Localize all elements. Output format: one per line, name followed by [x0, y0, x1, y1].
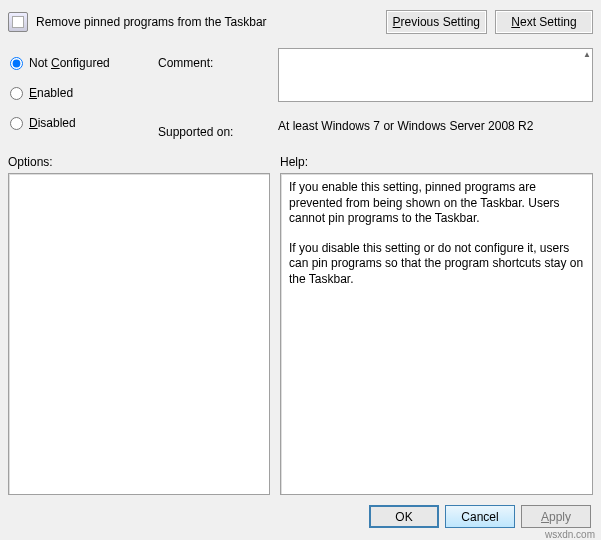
supported-on-value: At least Windows 7 or Windows Server 200…: [278, 117, 593, 133]
group-policy-setting-dialog: Remove pinned programs from the Taskbar …: [0, 0, 601, 540]
comment-label: Comment:: [158, 52, 278, 70]
settings-middle: Not Configured Enabled Disabled Comment:: [8, 42, 593, 141]
state-disabled-radio[interactable]: [10, 117, 23, 130]
state-enabled-radio[interactable]: [10, 87, 23, 100]
prev-label-rest: revious Setting: [401, 15, 480, 29]
options-label: Options:: [8, 155, 270, 169]
state-not-configured[interactable]: Not Configured: [8, 48, 158, 78]
options-panel: [8, 173, 270, 495]
sections: Options: Help: If you enable this settin…: [8, 155, 593, 495]
help-paragraph-1: If you enable this setting, pinned progr…: [289, 180, 584, 227]
state-options: Not Configured Enabled Disabled: [8, 48, 158, 138]
button-bar: OK Cancel Apply: [8, 495, 593, 532]
next-setting-button[interactable]: Next Setting: [495, 10, 593, 34]
apply-button[interactable]: Apply: [521, 505, 591, 528]
supported-on-label: Supported on:: [158, 121, 278, 139]
cancel-button[interactable]: Cancel: [445, 505, 515, 528]
state-not-configured-radio[interactable]: [10, 57, 23, 70]
help-label: Help:: [280, 155, 593, 169]
policy-title: Remove pinned programs from the Taskbar: [36, 15, 386, 29]
previous-setting-button[interactable]: Previous Setting: [386, 10, 487, 34]
help-panel: If you enable this setting, pinned progr…: [280, 173, 593, 495]
state-enabled[interactable]: Enabled: [8, 78, 158, 108]
ok-button[interactable]: OK: [369, 505, 439, 528]
next-label-rest: ext Setting: [520, 15, 577, 29]
state-disabled[interactable]: Disabled: [8, 108, 158, 138]
policy-icon: [8, 12, 28, 32]
comment-input[interactable]: [278, 48, 593, 102]
help-text: If you enable this setting, pinned progr…: [281, 174, 592, 308]
nav-buttons: Previous Setting Next Setting: [386, 10, 593, 34]
header-bar: Remove pinned programs from the Taskbar …: [8, 8, 593, 42]
help-paragraph-2: If you disable this setting or do not co…: [289, 241, 584, 288]
